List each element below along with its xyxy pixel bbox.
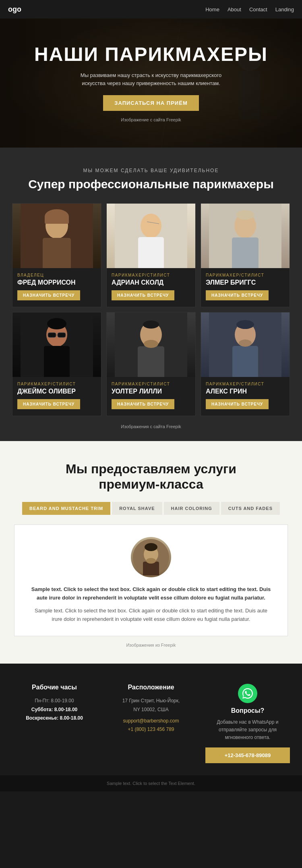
team-portrait-1: [12, 204, 101, 268]
tab-cuts-fades[interactable]: CUTS AND FADES: [221, 502, 280, 515]
svg-rect-34: [232, 346, 258, 377]
team-name-6: АЛЕКС ГРИН: [206, 388, 285, 395]
whatsapp-icon: [238, 684, 257, 703]
footer-hours-title: Рабочие часы: [12, 684, 97, 691]
team-card-body-6: ПАРИКМАХЕР/СТИЛИСТ АЛЕКС ГРИН НАЗНАЧИТЬ …: [201, 382, 290, 409]
footer-whatsapp-btn[interactable]: +12-345-678-89089: [205, 747, 290, 763]
nav-home[interactable]: Home: [205, 6, 219, 12]
team-card: ПАРИКМАХЕР/СТИЛИСТ АЛЕКС ГРИН НАЗНАЧИТЬ …: [201, 312, 290, 416]
team-role-3: ПАРИКМАХЕР/СТИЛИСТ: [206, 273, 285, 277]
svg-rect-18: [232, 237, 259, 268]
services-title: Мы предоставляем услуги премиум-класса: [50, 461, 252, 492]
team-appt-btn-6[interactable]: НАЗНАЧИТЬ ВСТРЕЧУ: [206, 399, 269, 409]
team-card-body-1: ВЛАДЕЛЕЦ ФРЕД МОРРИСОН НАЗНАЧИТЬ ВСТРЕЧУ: [12, 273, 101, 300]
tab-beard-trim[interactable]: BEARD AND MUSTACHE TRIM: [22, 502, 110, 515]
svg-point-19: [236, 210, 254, 220]
team-portrait-5: [107, 312, 195, 377]
team-subtitle: МЫ МОЖЕМ СДЕЛАТЬ ВАШЕ УДИВИТЕЛЬНОЕ: [12, 168, 290, 173]
team-card: ПАРИКМАХЕР/СТИЛИСТ ДЖЕЙМС ОЛИВЕР НАЗНАЧИ…: [12, 312, 101, 416]
svg-rect-8: [43, 238, 71, 268]
team-portrait-4: [12, 312, 101, 377]
team-appt-btn-3[interactable]: НАЗНАЧИТЬ ВСТРЕЧУ: [206, 290, 269, 300]
hero-credit: Изображение с сайта Freepik: [34, 117, 268, 122]
team-appt-btn-4[interactable]: НАЗНАЧИТЬ ВСТРЕЧУ: [17, 399, 80, 409]
svg-point-36: [236, 320, 254, 329]
team-name-4: ДЖЕЙМС ОЛИВЕР: [17, 388, 96, 395]
team-card-body-5: ПАРИКМАХЕР/СТИЛИСТ УОЛТЕР ЛИЛЛИ НАЗНАЧИТ…: [107, 382, 195, 409]
nav-logo: ogo: [8, 5, 21, 14]
team-name-1: ФРЕД МОРРИСОН: [17, 279, 96, 286]
team-card: ПАРИКМАХЕР/СТИЛИСТ ЭЛМЕР БРИГГС НАЗНАЧИТ…: [201, 203, 290, 307]
team-card: ВЛАДЕЛЕЦ ФРЕД МОРРИСОН НАЗНАЧИТЬ ВСТРЕЧУ: [12, 203, 101, 307]
footer-contact-title: Вопросы?: [205, 707, 290, 714]
service-panel-main-text: Sample text. Click to select the text bo…: [31, 585, 271, 602]
nav-contact[interactable]: Contact: [249, 6, 267, 12]
portrait-silhouette-1: [12, 204, 101, 268]
team-card-body-3: ПАРИКМАХЕР/СТИЛИСТ ЭЛМЕР БРИГГС НАЗНАЧИТ…: [201, 273, 290, 300]
team-appt-btn-1[interactable]: НАЗНАЧИТЬ ВСТРЕЧУ: [17, 290, 80, 300]
team-appt-btn-5[interactable]: НАЗНАЧИТЬ ВСТРЕЧУ: [112, 399, 174, 409]
services-section: Мы предоставляем услуги премиум-класса B…: [0, 441, 302, 664]
tab-royal-shave[interactable]: ROYAL SHAVE: [112, 502, 162, 515]
portrait-silhouette-2: [107, 204, 195, 268]
footer-contact: Вопросы? Добавьте нас в WhatsApp и отпра…: [205, 684, 290, 763]
portrait-silhouette-6: [201, 312, 290, 377]
footer-email[interactable]: support@barbershop.com: [109, 718, 193, 724]
team-appt-btn-2[interactable]: НАЗНАЧИТЬ ВСТРЕЧУ: [112, 290, 174, 300]
footer-location-text: 17 Грин Стрит, Нью-Йорк, NY 10002, США: [109, 697, 193, 714]
svg-rect-29: [138, 346, 164, 377]
team-portrait-6: [201, 312, 290, 377]
svg-rect-22: [44, 346, 70, 377]
nav-landing[interactable]: Landing: [275, 6, 294, 12]
whatsapp-svg: [242, 688, 253, 699]
team-portrait-2: [107, 204, 195, 268]
footer-location-title: Расположение: [109, 684, 193, 691]
nav-links: Home About Contact Landing: [205, 6, 294, 12]
team-credit: Изображения с сайта Freepik: [12, 424, 290, 429]
team-name-2: АДРИАН СКОЛД: [112, 279, 190, 286]
svg-point-31: [143, 321, 159, 329]
svg-rect-13: [138, 237, 164, 268]
services-tabs: BEARD AND MUSTACHE TRIM ROYAL SHAVE HAIR…: [12, 502, 290, 515]
footer-saturday: Суббота: 8.00-18.00: [12, 706, 97, 714]
nav-about[interactable]: About: [228, 6, 241, 12]
team-grid: ВЛАДЕЛЕЦ ФРЕД МОРРИСОН НАЗНАЧИТЬ ВСТРЕЧУ…: [12, 203, 290, 416]
hero-subtitle: Мы развиваем нашу страсть к искусству па…: [74, 71, 228, 87]
hero-section: НАШИ ПАРИКМАХЕРЫ Мы развиваем нашу страс…: [0, 19, 302, 148]
svg-rect-40: [143, 562, 159, 575]
portrait-silhouette-4: [12, 312, 101, 377]
svg-rect-25: [58, 333, 66, 337]
svg-point-12: [141, 214, 161, 238]
hero-title: НАШИ ПАРИКМАХЕРЫ: [34, 44, 268, 65]
footer-contact-text: Добавьте нас в WhatsApp и отправляйте за…: [205, 718, 290, 742]
service-avatar-image: [133, 539, 169, 575]
hero-cta-button[interactable]: ЗАПИСАТЬСЯ НА ПРИЁМ: [103, 95, 199, 111]
footer-hours-text: Пн-Пт: 8.00-19.00 Суббота: 8.00-18.00 Во…: [12, 697, 97, 723]
footer-address2: NY 10002, США: [109, 706, 193, 714]
footer-location: Расположение 17 Грин Стрит, Нью-Йорк, NY…: [109, 684, 193, 763]
services-credit: Изображения из Freepik: [12, 643, 290, 647]
tab-hair-coloring[interactable]: HAIR COLORING: [164, 502, 219, 515]
footer-weekdays: Пн-Пт: 8.00-19.00: [12, 697, 97, 706]
service-panel-sub-text: Sample text. Click to select the text bo…: [31, 607, 271, 624]
team-portrait-3: [201, 204, 290, 268]
team-role-5: ПАРИКМАХЕР/СТИЛИСТ: [112, 382, 190, 386]
portrait-silhouette-3: [201, 204, 290, 268]
navbar: ogo Home About Contact Landing: [0, 0, 302, 19]
svg-rect-10: [45, 216, 69, 224]
team-role-1: ВЛАДЕЛЕЦ: [17, 273, 96, 277]
service-avatar: [131, 537, 171, 577]
bottom-bar-text: Sample text. Click to select the Text El…: [107, 781, 195, 786]
svg-point-39: [145, 543, 157, 551]
team-name-5: УОЛТЕР ЛИЛЛИ: [112, 388, 190, 395]
footer-hours: Рабочие часы Пн-Пт: 8.00-19.00 Суббота: …: [12, 684, 97, 763]
hero-content: НАШИ ПАРИКМАХЕРЫ Мы развиваем нашу страс…: [18, 44, 284, 123]
svg-point-30: [144, 340, 158, 348]
bottom-bar: Sample text. Click to select the Text El…: [0, 775, 302, 791]
footer-sunday: Воскресенье: 8.00-18.00: [12, 714, 97, 723]
service-panel: Sample text. Click to select the text bo…: [14, 525, 288, 636]
team-card-body-4: ПАРИКМАХЕР/СТИЛИСТ ДЖЕЙМС ОЛИВЕР НАЗНАЧИ…: [12, 382, 101, 409]
svg-point-23: [47, 318, 66, 329]
team-role-6: ПАРИКМАХЕР/СТИЛИСТ: [206, 382, 285, 386]
footer: Рабочие часы Пн-Пт: 8.00-19.00 Суббота: …: [0, 664, 302, 775]
